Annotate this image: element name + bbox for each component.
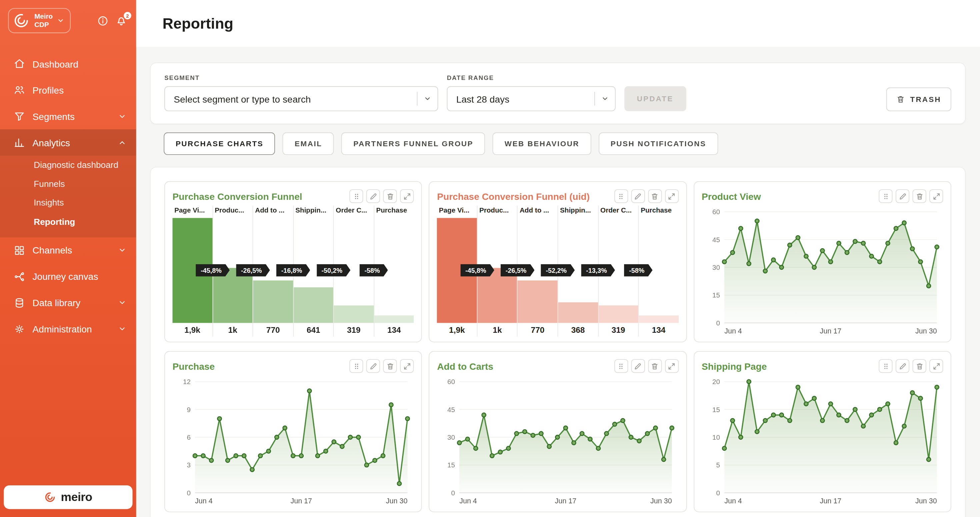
sidebar-item-insights[interactable]: Insights xyxy=(0,193,136,212)
chart-toolbar xyxy=(350,189,414,203)
svg-text:Jun 17: Jun 17 xyxy=(820,497,842,505)
delete-chart-button[interactable] xyxy=(648,189,662,203)
sidebar-item-reporting[interactable]: Reporting xyxy=(0,212,136,231)
sidebar-item-data-library[interactable]: Data library xyxy=(0,290,136,316)
funnel-col-label: Purchase xyxy=(639,206,679,218)
svg-text:Jun 30: Jun 30 xyxy=(915,497,937,505)
tab-email[interactable]: EMAIL xyxy=(283,133,334,155)
trash-button[interactable]: TRASH xyxy=(886,87,951,111)
expand-icon xyxy=(932,192,940,200)
sidebar-item-dashboard[interactable]: Dashboard xyxy=(0,51,136,77)
svg-text:60: 60 xyxy=(448,378,455,385)
tab-partners-funnel-group[interactable]: PARTNERS FUNNEL GROUP xyxy=(342,133,485,155)
tab-purchase-charts[interactable]: PURCHASE CHARTS xyxy=(164,133,275,155)
funnel-column: Page Vi...1,9k xyxy=(437,206,477,337)
edit-chart-button[interactable] xyxy=(631,359,645,373)
pencil-icon xyxy=(634,192,642,200)
sidebar-item-administration[interactable]: Administration xyxy=(0,316,136,342)
segment-select[interactable]: Select segment or type to search xyxy=(164,86,438,111)
edit-chart-button[interactable] xyxy=(366,359,380,373)
funnel-bar xyxy=(253,281,293,323)
sidebar-item-diagnostic-dashboard[interactable]: Diagnostic dashboard xyxy=(0,155,136,174)
sidebar-item-profiles[interactable]: Profiles xyxy=(0,77,136,103)
main-area: Reporting SEGMENT Select segment or type… xyxy=(136,0,980,517)
funnel-column: Produc...1k xyxy=(477,206,517,337)
svg-text:Jun 4: Jun 4 xyxy=(724,327,742,335)
edit-chart-button[interactable] xyxy=(896,189,909,203)
sidebar-item-label: Dashboard xyxy=(33,58,79,69)
svg-text:20: 20 xyxy=(712,378,720,385)
delete-chart-button[interactable] xyxy=(913,189,926,203)
edit-chart-button[interactable] xyxy=(896,359,909,373)
edit-chart-button[interactable] xyxy=(366,189,380,203)
content: SEGMENT Select segment or type to search… xyxy=(136,47,980,517)
svg-text:12: 12 xyxy=(183,378,191,385)
funnel-col-label: Order C... xyxy=(334,206,374,218)
sidebar-item-journey-canvas[interactable]: Journey canvas xyxy=(0,263,136,290)
expand-chart-button[interactable] xyxy=(929,189,943,203)
chevron-down-icon xyxy=(118,299,126,307)
funnel-col-label: Purchase xyxy=(374,206,414,218)
info-button[interactable] xyxy=(97,15,109,27)
update-button[interactable]: UPDATE xyxy=(624,86,686,111)
grip-icon xyxy=(617,362,625,370)
sidebar-item-channels[interactable]: Channels xyxy=(0,237,136,263)
funnel-col-label: Produc... xyxy=(477,206,517,218)
drag-chart-button[interactable] xyxy=(350,359,363,373)
sidebar-nav: Dashboard Profiles Segments Analytics Di… xyxy=(0,51,136,485)
workspace-switcher[interactable]: MeiroCDP xyxy=(8,8,71,33)
chevron-down-icon xyxy=(118,246,126,254)
svg-text:30: 30 xyxy=(712,263,720,271)
expand-chart-button[interactable] xyxy=(665,359,678,373)
tab-web-behaviour[interactable]: WEB BEHAVIOUR xyxy=(493,133,591,155)
delete-chart-button[interactable] xyxy=(383,359,397,373)
sidebar-item-label: Journey canvas xyxy=(33,271,98,282)
funnel-column: Shippin...641 xyxy=(293,206,333,337)
segment-label: SEGMENT xyxy=(164,74,438,81)
drag-chart-button[interactable] xyxy=(879,359,892,373)
workspace-name: MeiroCDP xyxy=(34,13,52,28)
expand-icon xyxy=(403,192,411,200)
funnel-column: Order C...319 xyxy=(333,206,374,337)
sidebar-item-segments[interactable]: Segments xyxy=(0,103,136,129)
svg-text:60: 60 xyxy=(712,208,720,216)
chevron-up-icon xyxy=(118,138,126,146)
drag-chart-button[interactable] xyxy=(614,189,628,203)
expand-chart-button[interactable] xyxy=(929,359,943,373)
page-title: Reporting xyxy=(163,15,233,32)
meiro-brand-button[interactable]: meiro xyxy=(4,485,132,509)
expand-chart-button[interactable] xyxy=(665,189,678,203)
sidebar-item-analytics[interactable]: Analytics xyxy=(0,129,136,155)
notifications-button[interactable]: 2 xyxy=(115,14,128,27)
segment-select-value: Select segment or type to search xyxy=(173,93,412,104)
users-icon xyxy=(14,84,25,95)
trash-icon xyxy=(651,362,659,370)
drag-chart-button[interactable] xyxy=(614,359,628,373)
sidebar-item-label: Data library xyxy=(33,298,81,308)
expand-chart-button[interactable] xyxy=(400,359,414,373)
funnel-col-label: Add to ... xyxy=(253,206,293,218)
filter-panel: SEGMENT Select segment or type to search… xyxy=(150,63,966,125)
sidebar-item-funnels[interactable]: Funnels xyxy=(0,174,136,193)
delete-chart-button[interactable] xyxy=(648,359,662,373)
delete-chart-button[interactable] xyxy=(913,359,926,373)
sidebar-item-label: Administration xyxy=(33,324,92,335)
chart-toolbar xyxy=(879,359,943,373)
delete-chart-button[interactable] xyxy=(383,189,397,203)
sidebar-item-label: Segments xyxy=(33,111,75,122)
tab-push-notifications[interactable]: PUSH NOTIFICATIONS xyxy=(599,133,718,155)
funnel-chart: Page Vi...1,9kProduc...1kAdd to ...770Sh… xyxy=(437,206,678,337)
database-icon xyxy=(14,297,25,308)
funnel-value: 770 xyxy=(518,323,557,336)
drag-chart-button[interactable] xyxy=(350,189,363,203)
edit-chart-button[interactable] xyxy=(631,189,645,203)
funnel-column: Add to ...770 xyxy=(253,206,293,337)
drag-chart-button[interactable] xyxy=(879,189,892,203)
grip-icon xyxy=(352,362,360,370)
svg-text:0: 0 xyxy=(716,319,720,327)
trash-icon xyxy=(915,362,923,370)
expand-chart-button[interactable] xyxy=(400,189,414,203)
date-range-select[interactable]: Last 28 days xyxy=(447,86,616,111)
grip-icon xyxy=(617,192,625,200)
trash-icon xyxy=(896,95,905,104)
